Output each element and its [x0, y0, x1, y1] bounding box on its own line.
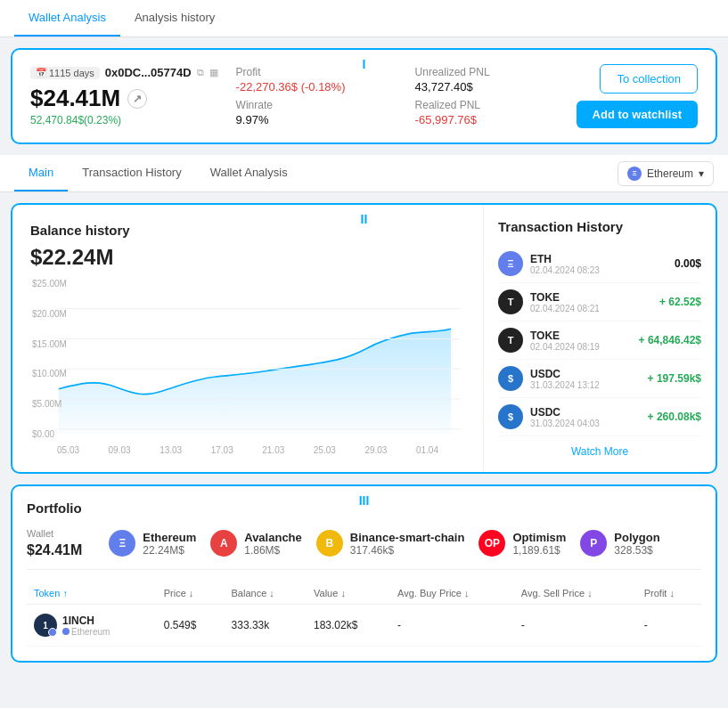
chain-name: Ethereum [143, 531, 196, 544]
chain-icon: A [210, 530, 237, 557]
tx-items: Ξ ETH 02.04.2024 08:23 0.00$ T TOKE 02.0… [498, 245, 701, 436]
wallet-card: I 📅 1115 days 0x0DC...05774D ⧉ ▦ $24.41M… [11, 48, 717, 144]
chain-name: Binance-smart-chain [350, 531, 465, 544]
tx-info: USDC 31.03.2024 04:03 [530, 406, 641, 428]
table-row: 1 1INCH Ethereum 0.549$ 333.33k 183.02k$… [27, 605, 701, 647]
wallet-actions: To collection Add to watchlist [577, 64, 698, 128]
wallet-summary: Wallet $24.41M [27, 528, 82, 558]
tx-symbol: ETH [530, 253, 667, 265]
tx-item: $ USDC 31.03.2024 04:03 + 260.08k$ [498, 398, 701, 436]
top-tabs-container: Wallet Analysis Analysis history [0, 0, 728, 37]
token-table: Token ↑ Price ↓ Balance ↓ Value ↓ Avg. B… [27, 582, 701, 647]
portfolio-chain-bar: Wallet $24.41M Ξ Ethereum 22.24M$ A Aval… [27, 528, 701, 570]
qr-icon[interactable]: ▦ [209, 67, 218, 78]
tab-wallet-analysis[interactable]: Wallet Analysis [196, 155, 302, 191]
token-value: 183.02k$ [307, 605, 390, 647]
wallet-left: 📅 1115 days 0x0DC...05774D ⧉ ▦ $24.41M ↗… [30, 66, 218, 126]
token-avg-sell: - [514, 605, 637, 647]
tx-symbol: TOKE [530, 330, 632, 342]
chain-dot [62, 628, 70, 635]
profit-stat: Profit -22,270.36$ (-0.18%) [236, 66, 380, 94]
chain-name: Polygon [614, 531, 659, 544]
th-profit[interactable]: Profit ↓ [637, 582, 701, 605]
balance-history-panel: Balance history $22.24M $25.00M $20.00M … [12, 205, 484, 472]
token-name: 1INCH [62, 614, 110, 627]
tab-transaction-history[interactable]: Transaction History [68, 155, 196, 191]
tab-analysis-history[interactable]: Analysis history [120, 0, 229, 37]
tx-amount: + 197.59k$ [648, 372, 701, 385]
transaction-history-panel: Transaction History Ξ ETH 02.04.2024 08:… [484, 205, 716, 472]
copy-icon[interactable]: ⧉ [197, 67, 204, 78]
chain-value: 1.86M$ [244, 544, 302, 557]
th-token[interactable]: Token ↑ [27, 582, 157, 605]
chart-svg [30, 279, 465, 439]
th-avg-sell[interactable]: Avg. Sell Price ↓ [514, 582, 637, 605]
unrealized-stat: Unrealized PNL 43,727.40$ [415, 66, 559, 94]
token-chain: Ethereum [62, 627, 110, 637]
chain-item: Ξ Ethereum 22.24M$ [109, 530, 196, 557]
tx-token-icon: T [498, 289, 523, 314]
balance-tx-section: II Balance history $22.24M $25.00M $20.0… [11, 203, 717, 474]
tx-info: ETH 02.04.2024 08:23 [530, 253, 667, 275]
chain-info: Avalanche 1.86M$ [244, 531, 302, 557]
th-avg-buy[interactable]: Avg. Buy Price ↓ [390, 582, 514, 605]
share-icon[interactable]: ↗ [127, 89, 147, 109]
portfolio-section: III Portfolio Wallet $24.41M Ξ Ethereum … [11, 484, 717, 663]
tx-info: TOKE 02.04.2024 08:19 [530, 330, 632, 352]
tx-date: 31.03.2024 04:03 [530, 419, 641, 428]
balance-chart: $25.00M $20.00M $15.00M $10.00M $5.00M $… [30, 279, 465, 439]
chain-info: Binance-smart-chain 317.46k$ [350, 531, 465, 557]
token-cell: 1 1INCH Ethereum [27, 605, 157, 647]
main-content: II Balance history $22.24M $25.00M $20.0… [11, 203, 717, 663]
chain-items: Ξ Ethereum 22.24M$ A Avalanche 1.86M$ B … [109, 530, 659, 557]
chain-icon: Ξ [109, 530, 135, 557]
section-label-II: II [361, 212, 368, 226]
tab-main[interactable]: Main [14, 155, 68, 191]
realized-stat: Realized PNL -65,997.76$ [415, 99, 559, 126]
watch-more-link[interactable]: Watch More [498, 445, 701, 458]
tx-token-icon: T [498, 328, 523, 353]
tx-info: USDC 31.03.2024 13:12 [530, 368, 641, 390]
tx-symbol: USDC [530, 406, 641, 419]
tx-date: 02.04.2024 08:23 [530, 265, 667, 275]
chain-value: 317.46k$ [350, 544, 465, 557]
wallet-balance: $24.41M ↗ [30, 85, 218, 112]
tab-wallet-analysis[interactable]: Wallet Analysis [14, 0, 120, 37]
to-collection-button[interactable]: To collection [600, 64, 698, 94]
th-price[interactable]: Price ↓ [157, 582, 225, 605]
wallet-stats: Profit -22,270.36$ (-0.18%) Unrealized P… [236, 66, 559, 126]
tx-symbol: TOKE [530, 291, 652, 304]
th-balance[interactable]: Balance ↓ [225, 582, 307, 605]
chain-icon: OP [479, 530, 505, 557]
profit-value: -22,270.36$ (-0.18%) [236, 80, 380, 94]
tx-token-icon: $ [498, 404, 523, 429]
chain-value: 22.24M$ [143, 544, 196, 557]
token-icon: 1 [34, 614, 57, 637]
network-selector[interactable]: Ξ Ethereum ▾ [618, 161, 714, 186]
tx-date: 31.03.2024 13:12 [530, 380, 641, 390]
chart-x-labels: 05.03 09.03 13.03 17.03 21.03 25.03 29.0… [30, 445, 465, 455]
chain-item: A Avalanche 1.86M$ [210, 530, 302, 557]
chain-item: P Polygon 328.53$ [580, 530, 659, 557]
tx-symbol: USDC [530, 368, 641, 380]
tx-item: T TOKE 02.04.2024 08:21 + 62.52$ [498, 283, 701, 321]
tx-date: 02.04.2024 08:21 [530, 304, 652, 313]
tx-item: Ξ ETH 02.04.2024 08:23 0.00$ [498, 245, 701, 283]
sub-tabs-container: Main Transaction History Wallet Analysis… [0, 155, 728, 192]
th-value[interactable]: Value ↓ [307, 582, 390, 605]
add-watchlist-button[interactable]: Add to watchlist [577, 101, 698, 128]
section-label-I: I [363, 57, 366, 71]
token-details: 1INCH Ethereum [62, 614, 110, 637]
chart-y-labels: $25.00M $20.00M $15.00M $10.00M $5.00M $… [30, 279, 69, 439]
token-profit: - [637, 605, 701, 647]
winrate-stat: Winrate 9.97% [236, 99, 380, 126]
token-price: 0.549$ [157, 605, 225, 647]
wallet-change: 52,470.84$(0.23%) [30, 114, 218, 126]
table-header: Token ↑ Price ↓ Balance ↓ Value ↓ Avg. B… [27, 582, 701, 605]
chevron-down-icon: ▾ [699, 167, 704, 180]
chain-value: 1,189.61$ [512, 544, 566, 557]
days-badge: 📅 1115 days [30, 67, 100, 79]
tx-amount: + 62.52$ [659, 296, 701, 308]
token-row-icon: 1 1INCH Ethereum [34, 614, 150, 637]
eth-icon: Ξ [627, 167, 642, 181]
